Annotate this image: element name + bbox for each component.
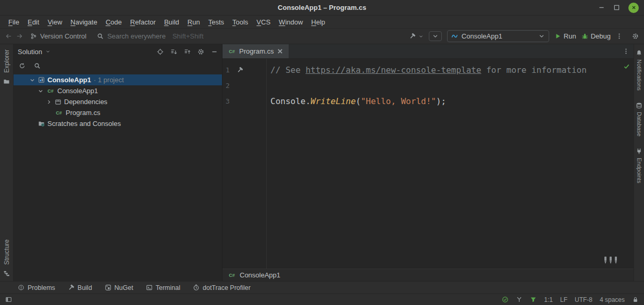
menu-item-vcs[interactable]: VCS — [252, 17, 275, 28]
stripe-button-notifications[interactable]: Notifications — [636, 49, 642, 91]
stripe-button-database[interactable]: Database — [636, 102, 642, 136]
chevron-down-icon[interactable] — [38, 88, 44, 94]
project-panel-toolbar — [14, 59, 222, 72]
menu-item-run[interactable]: Run — [183, 17, 204, 28]
menu-item-navigate[interactable]: Navigate — [66, 17, 101, 28]
structure-icon[interactable] — [3, 270, 10, 277]
folder-icon[interactable] — [3, 78, 10, 85]
menu-item-refactor[interactable]: Refactor — [126, 17, 160, 28]
right-tool-stripe: NotificationsDatabaseEndpoints — [634, 44, 644, 281]
back-icon[interactable] — [5, 33, 12, 40]
version-control-widget[interactable]: Version Control — [30, 32, 86, 40]
build-solution-button[interactable] — [409, 33, 424, 40]
search-everywhere[interactable]: Search everywhere Shift+Shift — [97, 32, 204, 40]
close-tab-icon[interactable] — [277, 48, 283, 55]
tree-item-consoleapp1[interactable]: C#ConsoleApp1 — [14, 85, 222, 96]
collapse-all-icon[interactable] — [184, 48, 191, 55]
main-toolbar: Version Control Search everywhere Shift+… — [0, 29, 644, 44]
menu-item-help[interactable]: Help — [307, 17, 329, 28]
breadcrumb-bar: C# ConsoleApp1 — [222, 269, 634, 281]
run-config-selector[interactable]: ConsoleApp1 — [447, 30, 549, 42]
stripe-label: Notifications — [636, 59, 642, 91]
forward-icon[interactable] — [16, 33, 23, 40]
close-button[interactable] — [628, 3, 639, 13]
menu-item-file[interactable]: File — [4, 17, 23, 28]
indent-style[interactable]: 4 spaces — [600, 296, 625, 303]
chevron-right-icon[interactable] — [46, 99, 52, 105]
menu-bar: FileEditViewNavigateCodeRefactorBuildRun… — [0, 16, 644, 29]
stripe-button-explorer[interactable]: Explorer — [3, 49, 10, 73]
breadcrumb-item[interactable]: ConsoleApp1 — [240, 271, 280, 279]
inspections-ok-icon[interactable] — [623, 63, 630, 70]
run-button[interactable]: Run — [554, 32, 576, 40]
minimize-button[interactable] — [598, 4, 605, 11]
settings-gear-icon[interactable] — [632, 33, 639, 40]
line-number: 2 — [222, 82, 234, 90]
toolwindow-tab-label: NuGet — [115, 284, 133, 291]
check-circle-icon[interactable] — [502, 296, 509, 303]
toolwindow-tab-dottrace-profiler[interactable]: dotTrace Profiler — [193, 284, 251, 291]
select-opened-file-icon[interactable] — [157, 48, 164, 55]
stripe-label: Endpoints — [636, 158, 642, 183]
toolwindow-tab-problems[interactable]: Problems — [18, 284, 55, 291]
search-shortcut: Shift+Shift — [172, 32, 204, 40]
code-line: 2 — [222, 78, 634, 93]
tree-item-dependencies[interactable]: Dependencies — [14, 96, 222, 107]
tree-item-label: Dependencies — [64, 98, 107, 106]
tree-item-scratches-and-consoles[interactable]: Scratches and Consoles — [14, 118, 222, 129]
menu-item-view[interactable]: View — [43, 17, 66, 28]
file-encoding[interactable]: UTF-8 — [575, 296, 592, 303]
project-tree: ConsoleApp1· 1 projectC#ConsoleApp1Depen… — [14, 72, 222, 281]
editor[interactable]: 1// See https://aka.ms/new-console-templ… — [222, 59, 634, 269]
toolwindow-tab-build[interactable]: Build — [68, 284, 92, 291]
tab-program-cs[interactable]: C# Program.cs — [222, 44, 289, 58]
toolwindow-tab-terminal[interactable]: Terminal — [146, 284, 180, 291]
toolwindow-tab-label: Build — [78, 284, 92, 291]
toolbar-dropdown[interactable] — [429, 31, 442, 41]
code-line-text[interactable]: Console.WriteLine("Hello, World!"); — [255, 96, 446, 106]
branch-icon — [30, 33, 37, 40]
chevron-down-icon — [45, 49, 51, 54]
menu-item-edit[interactable]: Edit — [23, 17, 43, 28]
toolwindow-tab-nuget[interactable]: NuGet — [105, 284, 133, 291]
chevron-placeholder — [29, 121, 35, 127]
analysis-icon[interactable] — [516, 296, 523, 303]
menu-item-tests[interactable]: Tests — [204, 17, 228, 28]
status-bar: 1:1 LF UTF-8 4 spaces — [0, 294, 644, 305]
chevron-down-icon[interactable] — [29, 77, 35, 83]
debug-button[interactable]: Debug — [581, 32, 611, 40]
title-bar: ConsoleApp1 – Program.cs — [0, 0, 644, 16]
analysis-markers-icon[interactable] — [603, 256, 619, 264]
tab-options-icon[interactable] — [623, 48, 629, 55]
lock-icon[interactable] — [632, 296, 639, 303]
menu-item-tools[interactable]: Tools — [228, 17, 252, 28]
expand-all-icon[interactable] — [170, 48, 177, 55]
panel-settings-icon[interactable] — [197, 48, 204, 55]
line-number: 1 — [222, 66, 234, 74]
plug-icon — [636, 148, 642, 155]
menu-item-window[interactable]: Window — [275, 17, 307, 28]
hide-panel-icon[interactable] — [211, 48, 218, 55]
toolwindow-toggle-icon[interactable] — [5, 296, 12, 303]
tree-item-consoleapp1[interactable]: ConsoleApp1· 1 project — [14, 74, 222, 85]
caret-position[interactable]: 1:1 — [544, 296, 553, 303]
view-selector[interactable]: Solution — [18, 48, 51, 56]
menu-item-build[interactable]: Build — [160, 17, 183, 28]
more-actions-icon[interactable] — [616, 33, 623, 40]
csharp-project-icon: C# — [46, 88, 55, 94]
line-separator[interactable]: LF — [560, 296, 567, 303]
panel-search-icon[interactable] — [34, 62, 41, 69]
menu-item-code[interactable]: Code — [102, 17, 126, 28]
gutter-build-icon[interactable] — [237, 67, 243, 73]
search-placeholder: Search everywhere — [107, 32, 166, 40]
stripe-button-structure[interactable]: Structure — [3, 239, 10, 265]
view-selector-label: Solution — [18, 48, 42, 56]
filter-icon[interactable] — [530, 296, 537, 303]
maximize-button[interactable] — [613, 4, 620, 11]
csharp-file-icon: C# — [228, 49, 236, 54]
tree-item-program-cs[interactable]: C#Program.cs — [14, 107, 222, 118]
stripe-button-endpoints[interactable]: Endpoints — [636, 148, 642, 183]
code-line-text[interactable]: // See https://aka.ms/new-console-templa… — [255, 65, 587, 75]
bell-icon — [636, 49, 642, 56]
sync-icon[interactable] — [19, 62, 26, 69]
